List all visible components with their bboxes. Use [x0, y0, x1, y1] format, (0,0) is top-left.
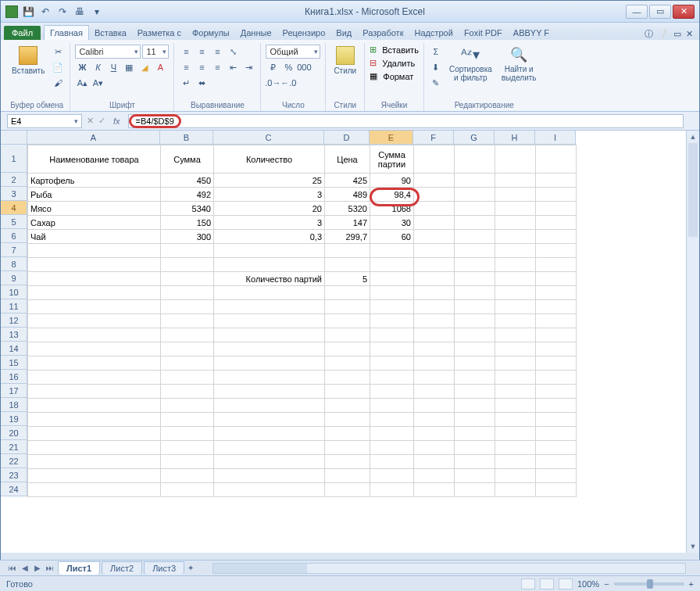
cell[interactable]: Сахар: [28, 216, 161, 230]
cell[interactable]: [536, 314, 577, 328]
sheet-tab-1[interactable]: Лист1: [58, 561, 100, 575]
cell[interactable]: 147: [325, 216, 370, 230]
cell[interactable]: [455, 427, 495, 441]
cell[interactable]: [414, 427, 455, 441]
cell[interactable]: [536, 455, 577, 469]
cell[interactable]: 25: [214, 174, 325, 188]
cell[interactable]: [414, 314, 455, 328]
tab-abbyy[interactable]: ABBYY F: [508, 26, 555, 40]
page-layout-view-icon[interactable]: [540, 578, 554, 589]
tab-data[interactable]: Данные: [235, 26, 277, 40]
cell[interactable]: [536, 399, 577, 413]
cell[interactable]: [455, 314, 495, 328]
cell[interactable]: [28, 342, 161, 356]
tab-addins[interactable]: Надстрой: [409, 26, 458, 40]
cell[interactable]: [455, 244, 495, 258]
cell[interactable]: [414, 371, 455, 385]
cell[interactable]: [495, 286, 536, 300]
row-headers[interactable]: 123456789101112131415161718192021222324: [1, 145, 27, 496]
cell[interactable]: 150: [161, 216, 214, 230]
first-sheet-icon[interactable]: ⏮: [6, 562, 19, 575]
cell[interactable]: [28, 300, 161, 314]
cell[interactable]: 492: [161, 188, 214, 202]
decrease-font-icon[interactable]: A▾: [91, 76, 105, 90]
cell[interactable]: [495, 441, 536, 455]
cell[interactable]: 425: [325, 174, 370, 188]
cell[interactable]: [455, 202, 495, 216]
cell[interactable]: 60: [370, 230, 414, 244]
tab-page-layout[interactable]: Разметка с: [132, 26, 187, 40]
cell[interactable]: [495, 469, 536, 483]
cell[interactable]: [536, 272, 577, 286]
cell[interactable]: [370, 300, 414, 314]
cell[interactable]: [536, 342, 577, 356]
cell[interactable]: [28, 483, 161, 497]
cell[interactable]: Количество: [214, 145, 325, 174]
row-header-18[interactable]: 18: [1, 398, 27, 412]
cell[interactable]: [536, 188, 577, 202]
indent-increase-icon[interactable]: ⇥: [241, 60, 255, 74]
cell[interactable]: [214, 371, 325, 385]
cell[interactable]: [536, 441, 577, 455]
cell[interactable]: [214, 385, 325, 399]
cell[interactable]: [495, 244, 536, 258]
cell[interactable]: [325, 314, 370, 328]
cell[interactable]: [370, 455, 414, 469]
cell[interactable]: [28, 385, 161, 399]
page-break-view-icon[interactable]: [559, 578, 573, 589]
indent-decrease-icon[interactable]: ⇤: [226, 60, 240, 74]
cell[interactable]: [325, 356, 370, 371]
cell[interactable]: [495, 427, 536, 441]
cell[interactable]: [325, 371, 370, 385]
col-header-a[interactable]: A: [27, 131, 160, 145]
row-header-12[interactable]: 12: [1, 313, 27, 328]
cell[interactable]: [495, 356, 536, 371]
scroll-down-icon[interactable]: ▼: [687, 540, 699, 553]
cell[interactable]: [214, 314, 325, 328]
cell[interactable]: [414, 483, 455, 497]
zoom-slider[interactable]: [614, 582, 684, 586]
merge-center-icon[interactable]: ⬌: [195, 76, 209, 90]
cell[interactable]: [495, 258, 536, 272]
cell[interactable]: [455, 342, 495, 356]
cell[interactable]: [414, 258, 455, 272]
qat-more-icon[interactable]: ▾: [90, 5, 104, 19]
cell[interactable]: [495, 230, 536, 244]
cell[interactable]: [414, 244, 455, 258]
cell[interactable]: [28, 328, 161, 342]
cell[interactable]: [414, 174, 455, 188]
format-cells-button[interactable]: ▦ Формат: [370, 71, 419, 81]
cell[interactable]: [325, 286, 370, 300]
col-header-c[interactable]: C: [213, 131, 324, 145]
cell[interactable]: [214, 399, 325, 413]
cell[interactable]: [161, 272, 214, 286]
cell[interactable]: Сумма партии: [370, 145, 414, 174]
cell[interactable]: [325, 441, 370, 455]
worksheet-grid[interactable]: ABCDEFGHI 123456789101112131415161718192…: [1, 131, 699, 553]
cell[interactable]: [495, 399, 536, 413]
next-sheet-icon[interactable]: ▶: [31, 562, 44, 575]
sheet-tab-2[interactable]: Лист2: [102, 561, 142, 575]
cell[interactable]: [536, 230, 577, 244]
cell[interactable]: [495, 385, 536, 399]
cell[interactable]: [370, 399, 414, 413]
cell[interactable]: [370, 427, 414, 441]
align-middle-icon[interactable]: ≡: [195, 45, 209, 59]
cell[interactable]: [325, 244, 370, 258]
cell[interactable]: [536, 427, 577, 441]
align-bottom-icon[interactable]: ≡: [210, 45, 224, 59]
cell[interactable]: [414, 385, 455, 399]
cell[interactable]: [495, 413, 536, 427]
row-header-1[interactable]: 1: [1, 145, 27, 173]
paste-button[interactable]: Вставить: [9, 45, 48, 77]
maximize-button[interactable]: ▭: [649, 5, 671, 19]
cell[interactable]: [370, 385, 414, 399]
tab-developer[interactable]: Разработк: [357, 26, 409, 40]
cell[interactable]: 489: [325, 188, 370, 202]
cell[interactable]: [161, 371, 214, 385]
cell[interactable]: [536, 244, 577, 258]
cell[interactable]: [495, 272, 536, 286]
row-header-3[interactable]: 3: [1, 187, 27, 201]
cell[interactable]: [414, 202, 455, 216]
cell[interactable]: [536, 483, 577, 497]
